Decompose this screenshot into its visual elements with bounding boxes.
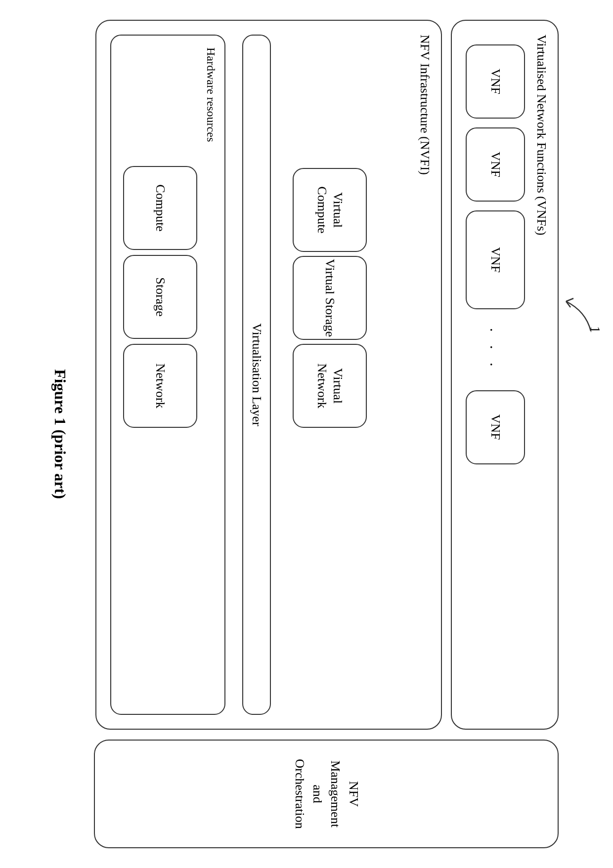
right-column: NFV Management and Orchestration xyxy=(94,740,559,848)
hardware-resources-block: Hardware resources Compute Storage Netwo… xyxy=(110,35,225,715)
virtual-storage-box: Virtual Storage xyxy=(293,256,367,340)
vnf-box: VNF xyxy=(466,210,525,309)
nvfi-title: NFV Infrastructure (NVFI) xyxy=(417,35,432,715)
vnf-ellipsis: . . . xyxy=(487,318,504,381)
left-column: Virtualised Network Functions (VNFs) VNF… xyxy=(94,20,559,730)
vnf-box: VNF xyxy=(466,44,525,119)
vnf-row: VNF VNF VNF . . . VNF xyxy=(466,35,525,715)
hardware-row: Compute Storage Network xyxy=(123,166,197,702)
nvfi-block: NFV Infrastructure (NVFI) Virtual Comput… xyxy=(95,20,442,730)
virtual-resources-row: Virtual Compute Virtual Storage Virtual … xyxy=(293,168,367,715)
hw-storage-box: Storage xyxy=(123,255,197,339)
diagram-main: Virtualised Network Functions (VNFs) VNF… xyxy=(94,20,559,848)
vnf-box: VNF xyxy=(466,127,525,202)
virtual-network-box: Virtual Network xyxy=(293,344,367,428)
hw-network-box: Network xyxy=(123,344,197,428)
vnfs-title: Virtualised Network Functions (VNFs) xyxy=(534,35,549,715)
pointer-arrow-icon xyxy=(559,296,593,341)
figure-caption: Figure 1 (prior art) xyxy=(51,20,69,848)
vnf-box: VNF xyxy=(466,390,525,464)
vnfs-block: Virtualised Network Functions (VNFs) VNF… xyxy=(451,20,559,730)
virtualisation-layer-box: Virtualisation Layer xyxy=(242,35,271,715)
mano-block: NFV Management and Orchestration xyxy=(94,740,559,848)
hardware-title: Hardware resources xyxy=(204,47,218,702)
virtual-compute-box: Virtual Compute xyxy=(293,168,367,252)
hw-compute-box: Compute xyxy=(123,166,197,250)
